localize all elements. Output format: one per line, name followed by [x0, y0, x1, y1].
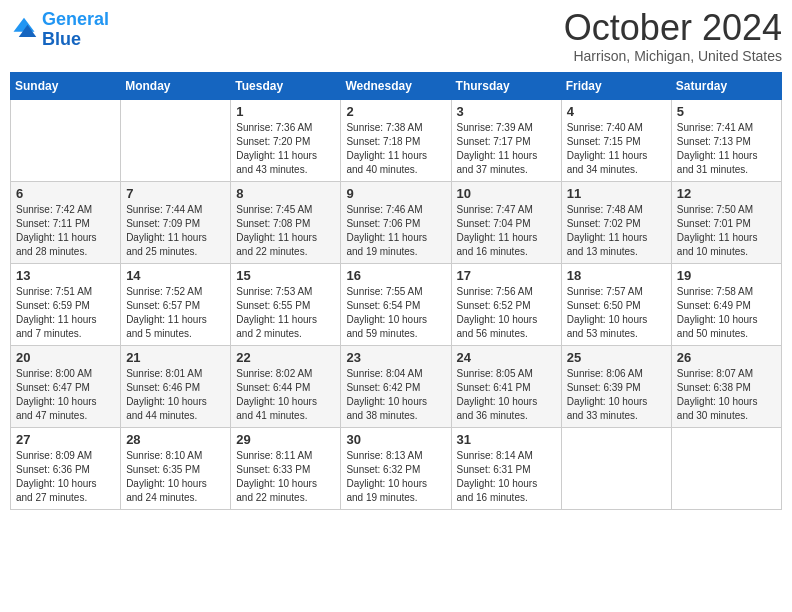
page-header: General Blue October 2024 Harrison, Mich…	[10, 10, 782, 64]
calendar-week-1: 1Sunrise: 7:36 AMSunset: 7:20 PMDaylight…	[11, 100, 782, 182]
calendar-cell: 31Sunrise: 8:14 AMSunset: 6:31 PMDayligh…	[451, 428, 561, 510]
calendar-cell: 8Sunrise: 7:45 AMSunset: 7:08 PMDaylight…	[231, 182, 341, 264]
calendar-cell: 19Sunrise: 7:58 AMSunset: 6:49 PMDayligh…	[671, 264, 781, 346]
calendar-cell: 28Sunrise: 8:10 AMSunset: 6:35 PMDayligh…	[121, 428, 231, 510]
day-number: 26	[677, 350, 776, 365]
cell-info: Sunrise: 7:46 AMSunset: 7:06 PMDaylight:…	[346, 203, 445, 259]
calendar-cell: 29Sunrise: 8:11 AMSunset: 6:33 PMDayligh…	[231, 428, 341, 510]
cell-info: Sunrise: 8:00 AMSunset: 6:47 PMDaylight:…	[16, 367, 115, 423]
cell-info: Sunrise: 7:48 AMSunset: 7:02 PMDaylight:…	[567, 203, 666, 259]
calendar-cell: 17Sunrise: 7:56 AMSunset: 6:52 PMDayligh…	[451, 264, 561, 346]
location: Harrison, Michigan, United States	[564, 48, 782, 64]
day-number: 21	[126, 350, 225, 365]
cell-info: Sunrise: 7:50 AMSunset: 7:01 PMDaylight:…	[677, 203, 776, 259]
weekday-header-monday: Monday	[121, 73, 231, 100]
cell-info: Sunrise: 7:42 AMSunset: 7:11 PMDaylight:…	[16, 203, 115, 259]
cell-info: Sunrise: 7:44 AMSunset: 7:09 PMDaylight:…	[126, 203, 225, 259]
day-number: 29	[236, 432, 335, 447]
weekday-header-row: SundayMondayTuesdayWednesdayThursdayFrid…	[11, 73, 782, 100]
logo-text: General Blue	[42, 10, 109, 50]
calendar-cell: 25Sunrise: 8:06 AMSunset: 6:39 PMDayligh…	[561, 346, 671, 428]
calendar-cell: 27Sunrise: 8:09 AMSunset: 6:36 PMDayligh…	[11, 428, 121, 510]
calendar-cell: 11Sunrise: 7:48 AMSunset: 7:02 PMDayligh…	[561, 182, 671, 264]
day-number: 13	[16, 268, 115, 283]
cell-info: Sunrise: 7:58 AMSunset: 6:49 PMDaylight:…	[677, 285, 776, 341]
cell-info: Sunrise: 8:07 AMSunset: 6:38 PMDaylight:…	[677, 367, 776, 423]
cell-info: Sunrise: 7:51 AMSunset: 6:59 PMDaylight:…	[16, 285, 115, 341]
calendar-cell	[671, 428, 781, 510]
day-number: 25	[567, 350, 666, 365]
day-number: 16	[346, 268, 445, 283]
cell-info: Sunrise: 7:38 AMSunset: 7:18 PMDaylight:…	[346, 121, 445, 177]
calendar-cell: 10Sunrise: 7:47 AMSunset: 7:04 PMDayligh…	[451, 182, 561, 264]
day-number: 7	[126, 186, 225, 201]
calendar-cell: 14Sunrise: 7:52 AMSunset: 6:57 PMDayligh…	[121, 264, 231, 346]
calendar-cell: 4Sunrise: 7:40 AMSunset: 7:15 PMDaylight…	[561, 100, 671, 182]
cell-info: Sunrise: 8:04 AMSunset: 6:42 PMDaylight:…	[346, 367, 445, 423]
day-number: 4	[567, 104, 666, 119]
day-number: 17	[457, 268, 556, 283]
day-number: 22	[236, 350, 335, 365]
calendar-cell: 12Sunrise: 7:50 AMSunset: 7:01 PMDayligh…	[671, 182, 781, 264]
cell-info: Sunrise: 7:56 AMSunset: 6:52 PMDaylight:…	[457, 285, 556, 341]
day-number: 18	[567, 268, 666, 283]
cell-info: Sunrise: 7:45 AMSunset: 7:08 PMDaylight:…	[236, 203, 335, 259]
cell-info: Sunrise: 8:14 AMSunset: 6:31 PMDaylight:…	[457, 449, 556, 505]
day-number: 3	[457, 104, 556, 119]
cell-info: Sunrise: 8:11 AMSunset: 6:33 PMDaylight:…	[236, 449, 335, 505]
calendar-cell: 21Sunrise: 8:01 AMSunset: 6:46 PMDayligh…	[121, 346, 231, 428]
weekday-header-friday: Friday	[561, 73, 671, 100]
day-number: 20	[16, 350, 115, 365]
logo-icon	[10, 16, 38, 44]
day-number: 1	[236, 104, 335, 119]
day-number: 24	[457, 350, 556, 365]
cell-info: Sunrise: 8:06 AMSunset: 6:39 PMDaylight:…	[567, 367, 666, 423]
weekday-header-saturday: Saturday	[671, 73, 781, 100]
day-number: 11	[567, 186, 666, 201]
cell-info: Sunrise: 7:53 AMSunset: 6:55 PMDaylight:…	[236, 285, 335, 341]
day-number: 15	[236, 268, 335, 283]
weekday-header-wednesday: Wednesday	[341, 73, 451, 100]
calendar-cell: 2Sunrise: 7:38 AMSunset: 7:18 PMDaylight…	[341, 100, 451, 182]
month-title: October 2024	[564, 10, 782, 46]
calendar-cell: 13Sunrise: 7:51 AMSunset: 6:59 PMDayligh…	[11, 264, 121, 346]
calendar-cell: 26Sunrise: 8:07 AMSunset: 6:38 PMDayligh…	[671, 346, 781, 428]
day-number: 5	[677, 104, 776, 119]
cell-info: Sunrise: 8:02 AMSunset: 6:44 PMDaylight:…	[236, 367, 335, 423]
calendar-cell: 20Sunrise: 8:00 AMSunset: 6:47 PMDayligh…	[11, 346, 121, 428]
day-number: 9	[346, 186, 445, 201]
cell-info: Sunrise: 8:10 AMSunset: 6:35 PMDaylight:…	[126, 449, 225, 505]
calendar-week-3: 13Sunrise: 7:51 AMSunset: 6:59 PMDayligh…	[11, 264, 782, 346]
day-number: 14	[126, 268, 225, 283]
weekday-header-sunday: Sunday	[11, 73, 121, 100]
calendar-cell: 3Sunrise: 7:39 AMSunset: 7:17 PMDaylight…	[451, 100, 561, 182]
calendar-cell	[121, 100, 231, 182]
calendar-week-2: 6Sunrise: 7:42 AMSunset: 7:11 PMDaylight…	[11, 182, 782, 264]
cell-info: Sunrise: 7:40 AMSunset: 7:15 PMDaylight:…	[567, 121, 666, 177]
calendar-cell: 9Sunrise: 7:46 AMSunset: 7:06 PMDaylight…	[341, 182, 451, 264]
day-number: 12	[677, 186, 776, 201]
calendar-cell: 18Sunrise: 7:57 AMSunset: 6:50 PMDayligh…	[561, 264, 671, 346]
calendar-cell: 1Sunrise: 7:36 AMSunset: 7:20 PMDaylight…	[231, 100, 341, 182]
cell-info: Sunrise: 8:13 AMSunset: 6:32 PMDaylight:…	[346, 449, 445, 505]
cell-info: Sunrise: 7:39 AMSunset: 7:17 PMDaylight:…	[457, 121, 556, 177]
weekday-header-tuesday: Tuesday	[231, 73, 341, 100]
calendar-cell: 16Sunrise: 7:55 AMSunset: 6:54 PMDayligh…	[341, 264, 451, 346]
cell-info: Sunrise: 7:41 AMSunset: 7:13 PMDaylight:…	[677, 121, 776, 177]
weekday-header-thursday: Thursday	[451, 73, 561, 100]
cell-info: Sunrise: 8:01 AMSunset: 6:46 PMDaylight:…	[126, 367, 225, 423]
calendar-cell: 22Sunrise: 8:02 AMSunset: 6:44 PMDayligh…	[231, 346, 341, 428]
svg-marker-0	[14, 18, 35, 32]
calendar-cell	[11, 100, 121, 182]
day-number: 23	[346, 350, 445, 365]
calendar-cell: 5Sunrise: 7:41 AMSunset: 7:13 PMDaylight…	[671, 100, 781, 182]
day-number: 10	[457, 186, 556, 201]
day-number: 31	[457, 432, 556, 447]
calendar-cell	[561, 428, 671, 510]
cell-info: Sunrise: 7:55 AMSunset: 6:54 PMDaylight:…	[346, 285, 445, 341]
calendar-cell: 23Sunrise: 8:04 AMSunset: 6:42 PMDayligh…	[341, 346, 451, 428]
cell-info: Sunrise: 7:47 AMSunset: 7:04 PMDaylight:…	[457, 203, 556, 259]
calendar-table: SundayMondayTuesdayWednesdayThursdayFrid…	[10, 72, 782, 510]
calendar-cell: 7Sunrise: 7:44 AMSunset: 7:09 PMDaylight…	[121, 182, 231, 264]
title-block: October 2024 Harrison, Michigan, United …	[564, 10, 782, 64]
